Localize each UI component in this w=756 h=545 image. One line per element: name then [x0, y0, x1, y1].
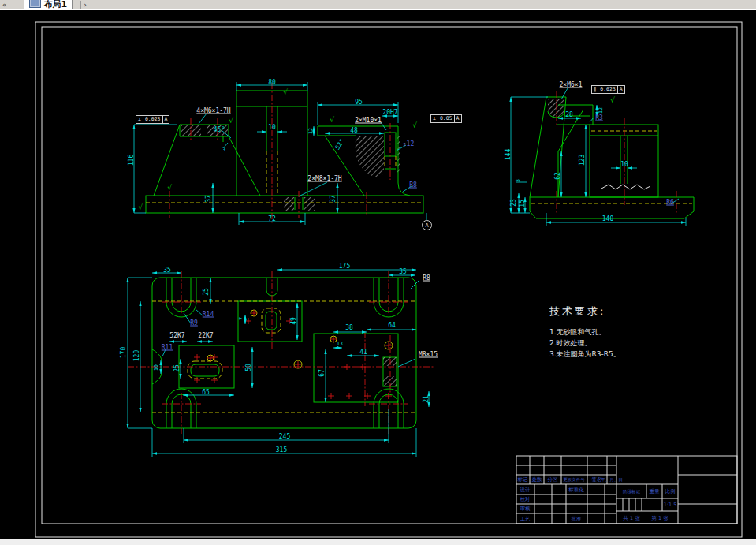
dim-side-62: 62: [554, 172, 561, 180]
tech-requirements-title: 技术要求:: [549, 304, 691, 319]
dim-front-10: 10: [268, 124, 276, 131]
depth-callout-12: ↧12: [403, 140, 414, 147]
fit-callout-52k7: 52K7: [169, 332, 184, 339]
tolerance-datum: A: [617, 86, 624, 93]
dim-bore-20h7: 20H7: [382, 109, 397, 116]
dim-front-95: 95: [355, 99, 363, 106]
radius-callout-r11: R11: [162, 344, 173, 351]
tech-requirement-item: 1.无砂眼和气孔。: [549, 327, 691, 338]
titleblock-role-check: 校对: [520, 496, 531, 503]
roughness-icon: √: [138, 203, 143, 211]
drawing-canvas: [0, 0, 756, 545]
dim-front-height-116: 116: [128, 155, 135, 166]
titleblock-weight-label: 重量: [650, 488, 660, 495]
radius-callout-r8-front: R8: [409, 181, 417, 189]
tolerance-value: 0.023: [143, 116, 162, 123]
dim-plan-41: 41: [359, 349, 367, 356]
dim-plan-38: 38: [345, 324, 353, 331]
dim-plan-170: 170: [120, 347, 127, 358]
titleblock-scale-label: 比例: [665, 488, 676, 495]
dim-plan-7: 7: [238, 317, 244, 320]
technical-requirements: 技术要求: 1.无砂眼和气孔。 2.时效处理。 3.未注圆角为R3-R5。: [549, 304, 691, 360]
datum-flag-a: A: [422, 220, 432, 230]
dim-plan-25-mid: 25: [173, 364, 181, 372]
fit-callout-22k7: 22K7: [198, 332, 213, 339]
dim-plan-35-right: 35: [399, 268, 407, 275]
titleblock-sheet-no: 第 1 张: [651, 515, 668, 522]
dim-plan-64: 64: [388, 322, 396, 329]
dim-front-72: 72: [268, 215, 276, 222]
tolerance-frame-front-right: ⊥ 0.05 A: [430, 114, 462, 123]
roughness-icon: √: [610, 96, 615, 104]
dim-side-28: 28: [565, 111, 573, 118]
dim-plan-120: 120: [133, 350, 140, 361]
titleblock-sheet-total: 共 1 张: [623, 515, 639, 522]
titleblock-role-design: 设计: [520, 487, 531, 494]
titleblock-header-count: 处数: [532, 476, 542, 483]
dim-plan-67: 67: [318, 369, 326, 377]
dim-side-123: 123: [579, 155, 586, 166]
tolerance-value: 0.023: [598, 86, 617, 93]
tolerance-frame-front-left: ⊥ 0.023 A: [136, 115, 169, 124]
dim-side-23: 23: [510, 199, 517, 207]
dim-plan-315: 315: [276, 446, 287, 454]
titleblock-role-audit: 审核: [520, 506, 531, 513]
dim-plan-49: 49: [290, 317, 297, 325]
tech-requirement-item: 2.时效处理。: [549, 338, 691, 349]
thread-callout-2xm10: 2×M10×1: [355, 117, 382, 124]
tolerance-symbol: ⊥: [431, 115, 438, 122]
titleblock-approve: 批准: [572, 516, 582, 523]
titleblock-header-date: 年、月、日: [601, 477, 623, 483]
roughness-icon: √: [229, 117, 233, 125]
thread-callout-2xm6: 2×M6×1: [560, 81, 583, 88]
dim-side-width-140: 140: [602, 215, 613, 222]
dim-plan-175: 175: [339, 263, 350, 270]
dim-side-3: 3: [515, 179, 521, 182]
roughness-icon: √: [330, 116, 334, 124]
dim-plan-50: 50: [245, 364, 252, 371]
tolerance-value: 0.05: [438, 115, 454, 122]
radius-callout-r14: R14: [203, 311, 214, 318]
radius-callout-r6: R6: [666, 199, 674, 206]
radius-callout-r8-plan: R8: [423, 274, 430, 282]
tolerance-datum: A: [162, 116, 169, 123]
tech-requirement-item: 3.未注圆角为R3-R5。: [549, 349, 691, 360]
dim-side-15: 15: [519, 200, 526, 207]
roughness-icon: √: [283, 88, 288, 96]
tolerance-symbol: ⊥: [136, 116, 143, 123]
thread-callout-m8x15: M8×15: [419, 351, 438, 358]
tolerance-frame-side: ∥ 0.023 A: [591, 85, 625, 94]
roughness-icon: √: [412, 121, 417, 129]
thread-callout-4xm6: 4×M6×1-7H: [196, 107, 230, 114]
titleblock-stage-label: 阶段标记: [623, 489, 640, 495]
dim-angle-45: 45°: [214, 126, 225, 133]
dim-ledge-12: 12: [307, 128, 314, 134]
dim-plan-65: 65: [202, 389, 210, 396]
radius-callout-r3: R3: [595, 114, 603, 121]
roughness-icon: √: [167, 184, 172, 192]
titleblock-header-docno: 更改文件号: [563, 477, 585, 483]
tolerance-symbol: ∥: [592, 86, 598, 93]
cad-application-window: « 布局1 ›: [0, 0, 756, 545]
dim-plan-13: 13: [337, 341, 343, 347]
titleblock-scale-value: 1:1.5: [664, 502, 677, 508]
dim-plan-35-left: 35: [163, 267, 171, 274]
titleblock-header-zone: 分区: [548, 476, 558, 483]
thread-callout-2xm8: 2×M8×1-7H: [307, 175, 341, 182]
dim-front-37-left: 37: [205, 195, 212, 203]
tolerance-datum: A: [454, 115, 461, 122]
dim-front-48: 48: [350, 127, 358, 134]
dim-side-10: 10: [620, 161, 628, 168]
dim-plan-10: 10: [153, 364, 159, 371]
titleblock-header-mark: 标记: [518, 476, 528, 483]
dim-front-37-right: 37: [330, 195, 337, 203]
titleblock-role-process: 工艺: [520, 516, 531, 523]
dim-plan-245: 245: [279, 433, 290, 440]
dim-side-12: 12: [598, 107, 604, 114]
dim-front-3: 3: [222, 147, 225, 153]
dim-plan-25-top: 25: [203, 288, 210, 296]
dim-front-width-80: 80: [268, 79, 276, 86]
titleblock-standardization: 标准化: [568, 487, 584, 494]
radius-callout-r9: R9: [190, 319, 198, 327]
dim-plan-21: 21: [423, 395, 430, 403]
